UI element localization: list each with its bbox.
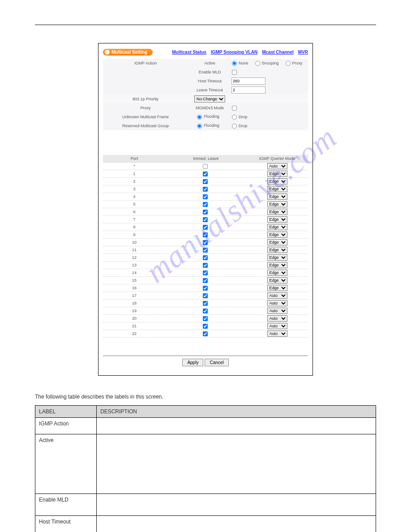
panel-icon: [105, 50, 110, 55]
port-row: 17Auto: [103, 292, 308, 300]
querier-mode-select[interactable]: Edge: [267, 277, 287, 283]
querier-mode-select[interactable]: Edge: [267, 224, 287, 230]
table-row: Active: [35, 434, 376, 494]
immed-leave-checkbox[interactable]: [203, 255, 208, 260]
querier-mode-select[interactable]: Auto: [267, 292, 287, 299]
port-row: 15Edge: [103, 277, 308, 284]
port-row: 12Edge: [103, 254, 308, 262]
immed-leave-checkbox[interactable]: [203, 316, 208, 321]
immed-leave-checkbox[interactable]: [203, 186, 208, 191]
immed-leave-checkbox[interactable]: [203, 194, 208, 199]
port-number: 18: [103, 301, 166, 305]
port-number: 10: [103, 240, 166, 245]
label-active: Active: [191, 61, 229, 65]
immed-leave-checkbox[interactable]: [203, 209, 208, 214]
opt-drop: Drop: [239, 114, 248, 119]
opt-none: None: [239, 60, 248, 65]
port-row: *Auto: [103, 163, 308, 170]
immed-leave-checkbox[interactable]: [203, 300, 208, 305]
link-igmp-snooping-vlan[interactable]: IGMP Snooping VLAN: [211, 50, 257, 55]
immed-leave-checkbox[interactable]: [203, 323, 208, 328]
immed-leave-checkbox[interactable]: [203, 202, 208, 206]
immed-leave-checkbox[interactable]: [203, 179, 208, 184]
querier-mode-select[interactable]: Edge: [267, 178, 287, 184]
querier-mode-select[interactable]: Edge: [267, 171, 287, 177]
link-mvr[interactable]: MVR: [298, 50, 308, 55]
querier-mode-select[interactable]: Auto: [267, 330, 287, 337]
label-mgmd: MGMDv3 Mode: [191, 106, 229, 110]
input-leave-timeout[interactable]: [231, 86, 265, 94]
link-mcast-channel[interactable]: Mcast Channel: [262, 50, 294, 55]
querier-mode-select[interactable]: Auto: [267, 300, 287, 306]
querier-mode-select[interactable]: Edge: [267, 270, 287, 276]
immed-leave-checkbox[interactable]: [203, 171, 208, 176]
radio-umf-drop[interactable]: [232, 114, 237, 119]
querier-mode-select[interactable]: Auto: [267, 323, 287, 329]
radio-rmg-flooding[interactable]: [197, 123, 202, 128]
immed-leave-checkbox[interactable]: [203, 331, 208, 336]
querier-mode-select[interactable]: Edge: [267, 262, 287, 268]
apply-button[interactable]: Apply: [182, 359, 203, 366]
port-row: 13Edge: [103, 262, 308, 269]
button-row: Apply Cancel: [103, 356, 308, 366]
port-number: 7: [103, 217, 166, 222]
checkbox-mgmd[interactable]: [232, 105, 237, 110]
port-number: 5: [103, 202, 166, 206]
link-multicast-status[interactable]: Multicast Status: [172, 50, 206, 55]
radio-active-snooping[interactable]: [255, 60, 260, 65]
radio-umf-flooding[interactable]: [197, 114, 202, 119]
immed-leave-checkbox[interactable]: [203, 240, 208, 245]
querier-mode-select[interactable]: Edge: [267, 209, 287, 215]
querier-mode-select[interactable]: Edge: [267, 239, 287, 245]
immed-leave-checkbox[interactable]: [203, 262, 208, 267]
querier-mode-select[interactable]: Auto: [267, 308, 287, 314]
port-row: 1Edge: [103, 170, 308, 178]
label-proxy: Proxy: [103, 106, 191, 110]
port-row: 22Auto: [103, 330, 308, 338]
port-row: 14Edge: [103, 269, 308, 277]
port-row: 7Edge: [103, 216, 308, 223]
immed-leave-checkbox[interactable]: [203, 278, 208, 283]
col-mode: IGMP Querier Mode: [246, 156, 308, 161]
port-number: 4: [103, 194, 166, 199]
port-number: 1: [103, 172, 166, 176]
checkbox-enable-mld[interactable]: [232, 69, 237, 74]
querier-mode-select[interactable]: Edge: [267, 254, 287, 261]
radio-active-proxy[interactable]: [286, 60, 291, 65]
immed-leave-checkbox[interactable]: [203, 270, 208, 275]
immed-leave-checkbox[interactable]: [203, 308, 208, 313]
radio-active-none[interactable]: [232, 60, 237, 65]
querier-mode-select[interactable]: Edge: [267, 247, 287, 253]
label-enable-mld: Enable MLD: [191, 70, 229, 74]
querier-mode-select[interactable]: Edge: [267, 186, 287, 192]
querier-mode-select[interactable]: Edge: [267, 201, 287, 207]
querier-mode-select[interactable]: Edge: [267, 193, 287, 200]
immed-leave-checkbox[interactable]: [203, 285, 208, 290]
querier-mode-select[interactable]: Edge: [267, 216, 287, 223]
select-priority[interactable]: No-Change: [194, 95, 225, 103]
immed-leave-checkbox[interactable]: [203, 232, 208, 237]
immed-leave-checkbox[interactable]: [203, 247, 208, 252]
querier-mode-select[interactable]: Auto: [267, 315, 287, 322]
top-links: Multicast Status IGMP Snooping VLAN Mcas…: [172, 50, 308, 55]
input-host-timeout[interactable]: [231, 77, 265, 85]
port-number: 15: [103, 278, 166, 283]
label-leave-timeout: Leave Timeout: [191, 88, 229, 92]
querier-mode-select[interactable]: Auto: [267, 163, 287, 169]
port-row: 3Edge: [103, 185, 308, 193]
label-priority: 802.1p Priority: [103, 97, 191, 101]
cell-label: Host Timeout: [35, 516, 97, 532]
row-rmg: Reserved Multicast Group Flooding Drop: [103, 121, 308, 130]
description-table: LABEL DESCRIPTION IGMP ActionActiveEnabl…: [35, 405, 376, 532]
port-number: 2: [103, 179, 166, 184]
immed-leave-checkbox[interactable]: [203, 163, 208, 168]
querier-mode-select[interactable]: Edge: [267, 232, 287, 238]
immed-leave-checkbox[interactable]: [203, 217, 208, 222]
port-row: 16Edge: [103, 284, 308, 292]
immed-leave-checkbox[interactable]: [203, 224, 208, 229]
table-row: Enable MLD: [35, 494, 376, 516]
immed-leave-checkbox[interactable]: [203, 293, 208, 298]
radio-rmg-drop[interactable]: [232, 123, 237, 128]
cancel-button[interactable]: Cancel: [205, 359, 228, 366]
querier-mode-select[interactable]: Edge: [267, 285, 287, 291]
